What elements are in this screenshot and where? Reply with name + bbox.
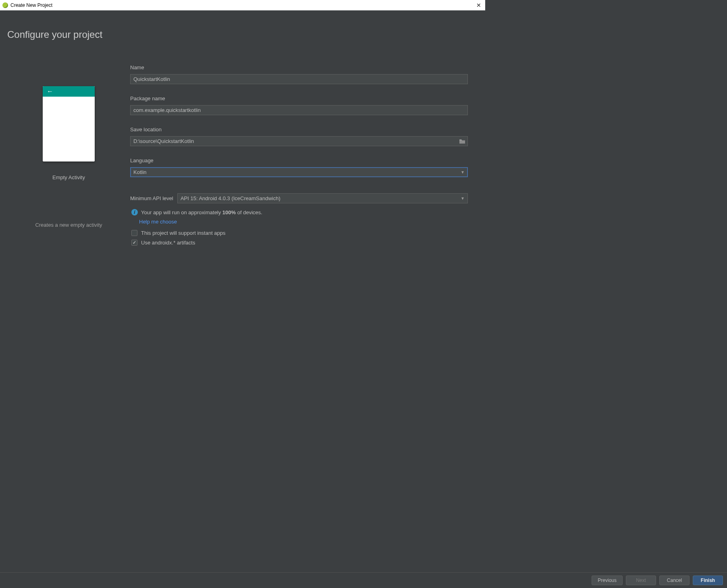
package-label: Package name: [130, 95, 468, 101]
location-label: Save location: [130, 126, 468, 133]
browse-folder-icon[interactable]: [459, 139, 465, 144]
instant-apps-label: This project will support instant apps: [141, 230, 226, 236]
back-arrow-icon: ←: [47, 88, 53, 95]
preview-toolbar: ←: [43, 86, 95, 97]
form-column: Name Package name Save location Language…: [130, 27, 468, 376]
device-coverage-text: Your app will run on approximately 100% …: [141, 209, 262, 215]
preview-label: Empty Activity: [52, 174, 85, 180]
preview-column: ← Empty Activity Creates a new empty act…: [7, 27, 130, 376]
close-icon[interactable]: ✕: [476, 2, 481, 8]
chevron-down-icon: ▼: [461, 170, 465, 174]
language-value: Kotlin: [133, 169, 147, 175]
androidx-label: Use androidx.* artifacts: [141, 240, 195, 246]
info-icon: i: [131, 209, 138, 215]
package-input[interactable]: [130, 105, 468, 115]
name-input[interactable]: [130, 74, 468, 84]
instant-apps-checkbox[interactable]: [131, 230, 137, 236]
page-title: Configure your project: [7, 29, 102, 40]
help-me-choose-link[interactable]: Help me choose: [139, 219, 468, 225]
chevron-down-icon: ▼: [461, 196, 465, 201]
api-level-select[interactable]: API 15: Android 4.0.3 (IceCreamSandwich)…: [177, 193, 468, 203]
activity-preview: ←: [43, 86, 95, 161]
window-title: Create New Project: [10, 2, 52, 8]
title-bar: Create New Project ✕: [0, 0, 485, 10]
api-level-value: API 15: Android 4.0.3 (IceCreamSandwich): [181, 195, 280, 201]
api-label: Minimum API level: [130, 195, 173, 201]
language-label: Language: [130, 157, 468, 164]
androidx-checkbox[interactable]: [131, 240, 137, 246]
location-input[interactable]: [130, 136, 468, 146]
app-icon: [2, 2, 8, 8]
language-select[interactable]: Kotlin ▼: [130, 167, 468, 177]
preview-description: Creates a new empty activity: [35, 222, 102, 228]
name-label: Name: [130, 64, 468, 70]
